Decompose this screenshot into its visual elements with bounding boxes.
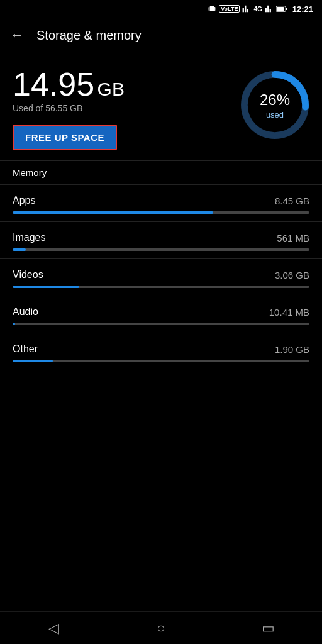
page-title: Storage & memory [36,28,142,43]
nav-home-button[interactable]: ○ [142,616,180,641]
status-icons: VoLTE 4G 12:21 [208,4,313,14]
storage-item-name: Other [13,343,38,355]
storage-of-total: Used of 56.55 GB [13,103,240,113]
storage-used-display: 14.95 GB [13,68,240,101]
memory-heading: Memory [0,161,322,184]
nav-recents-icon: ▭ [262,620,275,636]
progress-bar-fill [13,211,213,214]
progress-bar-bg [13,360,309,362]
donut-label: used [266,110,284,119]
progress-bar-fill [13,286,79,288]
signal-icon [242,4,251,13]
storage-items-list: Apps 8.45 GB Images 561 MB Videos 3.06 G… [0,185,322,370]
nav-recents-button[interactable]: ▭ [250,616,287,641]
svg-rect-1 [286,8,287,10]
nav-home-icon: ○ [157,620,165,636]
storage-item-size: 1.90 GB [275,344,309,355]
progress-bar-fill [13,360,53,362]
bottom-nav: ◁ ○ ▭ [0,611,322,644]
storage-donut-chart: 26% used [240,70,309,140]
vibrate-icon [208,4,216,13]
signal2-icon [265,4,274,13]
donut-percent: 26% [260,91,290,109]
storage-item-size: 561 MB [277,233,309,243]
progress-bar-fill [13,248,26,251]
donut-center: 26% used [240,70,309,140]
storage-item-size: 3.06 GB [275,270,309,280]
progress-bar-bg [13,248,309,251]
storage-item[interactable]: Audio 10.41 MB [0,296,322,333]
back-button[interactable]: ← [10,27,24,43]
storage-used-unit: GB [97,79,125,99]
storage-item-size: 10.41 MB [269,307,309,318]
status-time: 12:21 [292,4,313,14]
volte-icon: VoLTE [219,5,240,13]
storage-item[interactable]: Other 1.90 GB [0,333,322,370]
storage-overview: 14.95 GB Used of 56.55 GB FREE UP SPACE … [0,53,322,160]
storage-item-name: Images [13,232,45,243]
progress-bar-bg [13,211,309,214]
svg-rect-2 [277,7,284,11]
storage-used-value: 14.95 [13,66,94,103]
status-bar: VoLTE 4G 12:21 [0,0,322,18]
nav-back-button[interactable]: ◁ [35,616,72,641]
storage-item-name: Videos [13,269,43,280]
progress-bar-fill [13,323,15,325]
storage-item-name: Audio [13,306,38,318]
storage-item[interactable]: Apps 8.45 GB [0,185,322,221]
top-bar: ← Storage & memory [0,18,322,53]
progress-bar-bg [13,286,309,288]
storage-item-size: 8.45 GB [275,196,309,206]
storage-left: 14.95 GB Used of 56.55 GB FREE UP SPACE [13,68,240,150]
nav-back-icon: ◁ [48,620,59,636]
progress-bar-bg [13,323,309,325]
storage-item[interactable]: Images 561 MB [0,222,322,258]
storage-item-name: Apps [13,195,35,206]
4g-icon: 4G [253,6,262,13]
storage-item[interactable]: Videos 3.06 GB [0,259,322,296]
free-up-space-button[interactable]: FREE UP SPACE [13,125,117,150]
battery-icon [276,5,287,13]
